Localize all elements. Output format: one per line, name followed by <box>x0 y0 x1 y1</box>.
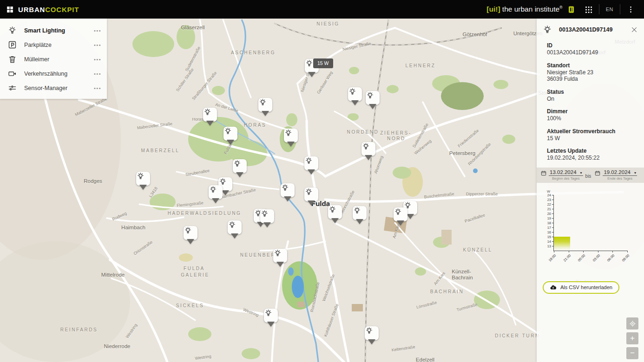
marker-pointer <box>139 185 147 190</box>
panel-field-aktueller-stromverbrauch: Aktueller Stromverbrauch15 W <box>547 128 638 142</box>
sidebar-item-label: Verkehrszählung <box>24 71 67 77</box>
x-tick-mark <box>612 251 613 252</box>
item-menu-icon[interactable]: ••• <box>94 42 101 48</box>
item-menu-icon[interactable]: ••• <box>94 28 101 33</box>
streetlight-marker[interactable] <box>366 91 380 105</box>
streetlight-marker[interactable] <box>209 185 223 199</box>
streetlight-marker[interactable] <box>328 205 342 219</box>
sidebar-item-smart-lighting[interactable]: Smart Lighting••• <box>0 23 107 38</box>
y-tick-mark <box>552 209 554 209</box>
locate-button[interactable] <box>626 317 638 330</box>
field-value: 19.02.2024, 20:55:22 <box>547 155 638 162</box>
streetlight-marker[interactable] <box>361 142 375 156</box>
streetlight-marker[interactable] <box>203 108 217 122</box>
sidebar-item-label: Sensor-Manager <box>24 85 67 91</box>
close-icon[interactable] <box>630 26 638 34</box>
app-logo[interactable]: URBANCOCKPIT <box>6 6 79 13</box>
x-tick-label: 21:00 <box>562 253 572 263</box>
streetlight-marker[interactable] <box>394 207 407 221</box>
marker-pointer <box>369 104 376 109</box>
streetlight-marker[interactable] <box>348 87 362 101</box>
y-tick-mark <box>552 227 554 228</box>
bulb-icon <box>304 156 318 170</box>
panel-header: 0013A20041D97149 <box>537 19 644 35</box>
item-menu-icon[interactable]: ••• <box>94 71 101 77</box>
y-tick-mark <box>552 232 554 233</box>
chart-plot: 24232221201918171615141318:0021:0000:000… <box>553 195 627 251</box>
x-tick-mark <box>598 251 598 252</box>
field-label: Aktueller Stromverbrauch <box>547 128 638 135</box>
bulb-icon <box>203 108 217 122</box>
bulb-icon <box>7 26 17 35</box>
kebab-menu-icon[interactable] <box>626 5 635 14</box>
bulb-icon <box>366 91 380 105</box>
marker-pointer <box>263 222 271 227</box>
marker-pointer <box>368 339 375 344</box>
bulb-icon <box>394 207 407 221</box>
bulb-icon <box>258 98 272 112</box>
bulb-icon <box>260 209 274 223</box>
bulb-icon <box>281 183 295 197</box>
streetlight-marker[interactable] <box>281 183 295 197</box>
zoom-out-button[interactable]: − <box>626 347 638 359</box>
marker-pointer <box>222 190 229 195</box>
streetlight-marker[interactable] <box>273 249 287 263</box>
sidebar-item-verkehrszaehlung[interactable]: Verkehrszählung••• <box>0 66 107 81</box>
date-end-group: 19.02.2024▾ Ende des Tages <box>594 169 637 181</box>
streetlight-marker-selected[interactable]: 15 W <box>305 59 319 73</box>
brand-mark-icon[interactable] <box>567 5 576 14</box>
y-tick-label: 20 <box>547 211 551 215</box>
apps-menu-icon[interactable] <box>584 5 593 14</box>
panel-field-dimmer: Dimmer100% <box>547 108 638 122</box>
language-selector[interactable]: EN <box>606 6 613 12</box>
zoom-in-button[interactable]: + <box>626 332 638 344</box>
bulb-icon <box>353 206 367 220</box>
date-end-input[interactable]: 19.02.2024▾ <box>603 169 637 176</box>
y-tick-label: 17 <box>547 225 551 229</box>
field-value: 15 W <box>547 135 638 142</box>
y-tick-mark <box>552 195 554 195</box>
streetlight-marker[interactable] <box>304 187 318 201</box>
bulb-icon <box>264 309 278 323</box>
streetlight-marker[interactable] <box>284 129 298 142</box>
y-tick-mark <box>552 213 554 214</box>
x-tick-label: 00:00 <box>577 253 586 263</box>
parking-icon <box>7 40 17 50</box>
y-tick-mark <box>552 218 554 219</box>
marker-pointer <box>227 140 234 145</box>
streetlight-marker[interactable] <box>136 172 150 186</box>
item-menu-icon[interactable]: ••• <box>94 57 101 62</box>
streetlight-marker[interactable] <box>264 309 278 323</box>
bulb-icon <box>284 129 298 142</box>
marker-pointer <box>407 214 414 219</box>
date-start-input[interactable]: 13.02.2024▾ <box>549 169 583 176</box>
panel-field-id: ID0013A20041D97149 <box>547 42 638 56</box>
streetlight-marker[interactable] <box>258 98 272 112</box>
item-menu-icon[interactable]: ••• <box>94 85 101 91</box>
streetlight-marker[interactable] <box>304 156 318 170</box>
streetlight-marker[interactable] <box>365 326 379 340</box>
marker-pointer <box>308 200 315 206</box>
cloud-download-icon <box>550 284 557 291</box>
y-tick-label: 14 <box>547 239 551 243</box>
sidebar-item-parkplaetze[interactable]: Parkplätze••• <box>0 38 107 52</box>
y-tick-label: 13 <box>547 244 551 248</box>
bulb-icon <box>228 220 242 234</box>
bulb-icon <box>304 187 318 201</box>
power-consumption-chart: W 24232221201918171615141318:0021:0000:0… <box>539 189 641 267</box>
panel-field-status: StatusOn <box>547 89 638 103</box>
download-csv-button[interactable]: Als CSV herunterladen <box>543 281 619 294</box>
y-tick-label: 18 <box>547 220 551 225</box>
sidebar-item-sensor-manager[interactable]: Sensor-Manager••• <box>0 81 107 95</box>
bulb-icon <box>365 326 379 340</box>
sidebar: Smart Lighting•••Parkplätze•••Mülleimer•… <box>0 19 107 99</box>
sliders-icon <box>7 83 17 93</box>
x-tick-mark <box>569 251 569 252</box>
streetlight-marker[interactable] <box>233 159 247 173</box>
streetlight-marker[interactable] <box>260 209 274 223</box>
streetlight-marker[interactable] <box>353 206 367 220</box>
sidebar-item-muelleimer[interactable]: Mülleimer••• <box>0 52 107 66</box>
streetlight-marker[interactable] <box>223 127 237 141</box>
streetlight-marker[interactable] <box>228 220 242 234</box>
streetlight-marker[interactable] <box>184 226 197 240</box>
